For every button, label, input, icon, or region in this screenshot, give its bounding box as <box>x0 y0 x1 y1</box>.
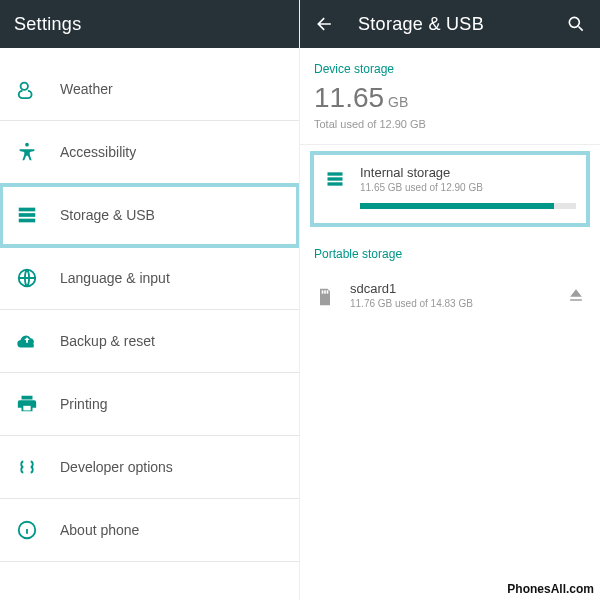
internal-storage-progress <box>360 203 576 209</box>
settings-item-label: Developer options <box>60 459 173 475</box>
svg-line-11 <box>579 27 583 31</box>
sdcard-icon <box>314 286 336 308</box>
settings-item-developer[interactable]: Developer options <box>0 436 299 499</box>
svg-rect-6 <box>23 406 30 411</box>
storage-title: Storage & USB <box>358 14 484 35</box>
settings-panel: Settings Weather Accessibility Stora <box>0 0 300 600</box>
sdcard-title: sdcard1 <box>350 281 473 296</box>
settings-item-weather[interactable]: Weather <box>0 58 299 121</box>
back-icon[interactable] <box>314 13 336 35</box>
about-icon <box>14 517 40 543</box>
settings-item-storage[interactable]: Storage & USB <box>0 184 299 247</box>
svg-rect-3 <box>19 213 36 217</box>
svg-point-1 <box>25 143 29 147</box>
weather-icon <box>14 76 40 102</box>
svg-rect-2 <box>19 208 36 212</box>
storage-header: Storage & USB <box>300 0 600 48</box>
eject-icon[interactable] <box>566 285 586 305</box>
sdcard-sub: 11.76 GB used of 14.83 GB <box>350 298 473 309</box>
svg-rect-16 <box>324 290 326 293</box>
settings-item-backup[interactable]: Backup & reset <box>0 310 299 373</box>
storage-icon <box>14 202 40 228</box>
storage-panel: Storage & USB Device storage 11.65GB Tot… <box>300 0 600 600</box>
total-used-value: 11.65 <box>314 82 384 113</box>
svg-rect-17 <box>327 290 329 293</box>
settings-item-accessibility[interactable]: Accessibility <box>0 121 299 184</box>
svg-rect-15 <box>322 290 324 293</box>
svg-point-10 <box>569 17 579 27</box>
settings-header: Settings <box>0 0 299 48</box>
language-icon <box>14 265 40 291</box>
settings-list: Weather Accessibility Storage & USB Lang… <box>0 58 299 600</box>
device-storage-label: Device storage <box>300 48 600 82</box>
svg-rect-12 <box>328 172 343 175</box>
search-icon[interactable] <box>566 14 586 34</box>
backup-icon <box>14 328 40 354</box>
internal-storage-title: Internal storage <box>360 165 576 180</box>
total-used: 11.65GB Total used of 12.90 GB <box>300 82 600 145</box>
sdcard-row[interactable]: sdcard1 11.76 GB used of 14.83 GB <box>300 267 600 323</box>
svg-rect-14 <box>328 182 343 185</box>
settings-item-label: Backup & reset <box>60 333 155 349</box>
settings-title: Settings <box>14 14 81 35</box>
settings-item-label: Accessibility <box>60 144 136 160</box>
printing-icon <box>14 391 40 417</box>
total-used-sub: Total used of 12.90 GB <box>314 118 586 130</box>
svg-rect-4 <box>19 219 36 223</box>
internal-storage-sub: 11.65 GB used of 12.90 GB <box>360 182 576 193</box>
settings-item-printing[interactable]: Printing <box>0 373 299 436</box>
developer-icon <box>14 454 40 480</box>
internal-storage-bar <box>360 203 554 209</box>
settings-item-label: About phone <box>60 522 139 538</box>
settings-item-language[interactable]: Language & input <box>0 247 299 310</box>
settings-item-label: Weather <box>60 81 113 97</box>
total-used-unit: GB <box>388 94 408 110</box>
settings-item-label: Language & input <box>60 270 170 286</box>
settings-item-about[interactable]: About phone <box>0 499 299 562</box>
internal-storage-card[interactable]: Internal storage 11.65 GB used of 12.90 … <box>310 151 590 227</box>
watermark: PhonesAll.com <box>507 582 594 596</box>
svg-rect-13 <box>328 177 343 180</box>
settings-item-label: Storage & USB <box>60 207 155 223</box>
settings-item-label: Printing <box>60 396 107 412</box>
accessibility-icon <box>14 139 40 165</box>
svg-point-0 <box>21 83 28 90</box>
portable-storage-label: Portable storage <box>300 233 600 267</box>
storage-icon <box>324 168 346 190</box>
